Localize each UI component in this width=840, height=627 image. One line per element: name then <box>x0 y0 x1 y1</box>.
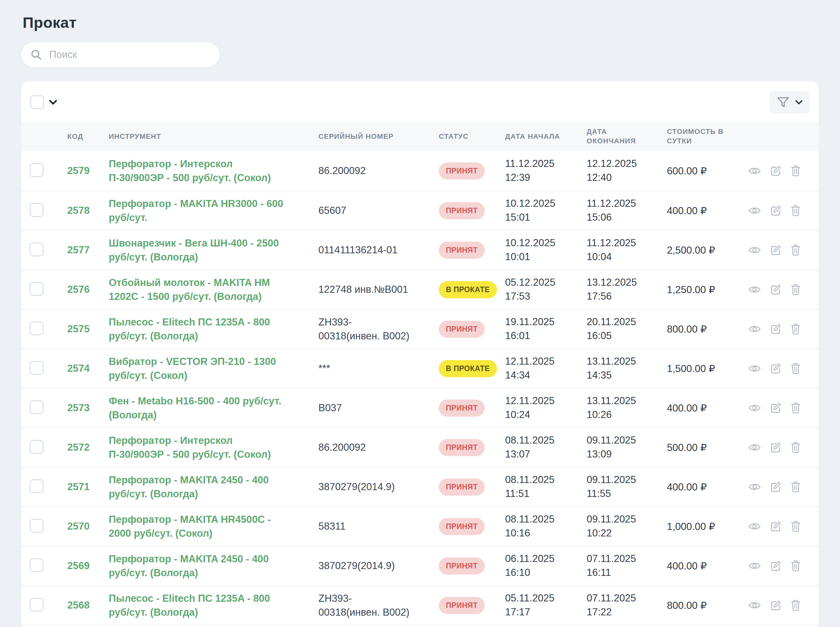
rentals-card: КОД ИНСТРУМЕНТ СЕРИЙНЫЙ НОМЕР СТАТУС ДАТ… <box>21 81 819 627</box>
chevron-down-icon[interactable] <box>49 99 57 105</box>
row-checkbox[interactable] <box>30 519 43 532</box>
row-checkbox[interactable] <box>30 479 43 493</box>
row-code-link[interactable]: 2573 <box>67 402 109 414</box>
row-tool-link[interactable]: Швонарезчик - Вега ШН-400 - 2500руб/сут.… <box>109 236 318 264</box>
row-checkbox[interactable] <box>30 361 43 375</box>
table-row: 2579 Перфоратор - ИнтерсколП-30/900ЭР - … <box>21 151 819 191</box>
row-tool-link[interactable]: Вибратор - VECTOR ЭП-210 - 1300руб/сут. … <box>109 354 318 383</box>
row-code-link[interactable]: 2574 <box>67 363 109 374</box>
delete-button[interactable] <box>791 362 801 375</box>
edit-button[interactable] <box>770 402 782 414</box>
row-code-link[interactable]: 2576 <box>67 284 109 295</box>
row-price: 500.00 ₽ <box>667 442 749 454</box>
row-checkbox[interactable] <box>30 243 43 256</box>
delete-button[interactable] <box>791 560 801 572</box>
search-input[interactable] <box>49 49 210 61</box>
row-tool-link[interactable]: Перфоратор - MAKITA 2450 - 400руб/сут. (… <box>109 473 318 501</box>
trash-icon <box>791 244 801 256</box>
row-checkbox[interactable] <box>30 321 43 335</box>
delete-button[interactable] <box>791 402 801 414</box>
view-button[interactable] <box>749 363 761 374</box>
row-tool-link[interactable]: Перфоратор - MAKITA HR4500C -2000 руб/су… <box>109 512 318 540</box>
row-date-start: 12.11.202514:34 <box>505 354 587 383</box>
row-code-link[interactable]: 2570 <box>67 521 109 532</box>
status-badge: ПРИНЯТ <box>439 202 485 219</box>
row-tool-link[interactable]: Перфоратор - ИнтерсколП-30/900ЭР - 500 р… <box>109 433 318 462</box>
table-row: 2573 Фен - Metabo H16-500 - 400 руб/сут.… <box>21 388 819 427</box>
row-price: 400.00 ₽ <box>667 402 749 414</box>
row-code-link[interactable]: 2572 <box>67 442 109 453</box>
view-button[interactable] <box>749 442 761 453</box>
row-code-link[interactable]: 2579 <box>67 165 109 176</box>
delete-button[interactable] <box>791 599 801 611</box>
delete-button[interactable] <box>791 520 801 532</box>
view-button[interactable] <box>749 403 761 413</box>
delete-button[interactable] <box>791 244 801 256</box>
row-price: 800.00 ₽ <box>667 600 749 611</box>
rental-page: Прокат <box>0 0 840 627</box>
row-checkbox[interactable] <box>30 558 43 572</box>
row-code-link[interactable]: 2569 <box>67 560 109 572</box>
view-button[interactable] <box>749 600 761 611</box>
search-bar[interactable] <box>21 43 219 67</box>
row-tool-link[interactable]: Пылесос - Elitech ПС 1235A - 800руб/сут.… <box>109 315 318 343</box>
row-checkbox[interactable] <box>30 440 43 454</box>
row-tool-link[interactable]: Фен - Metabo H16-500 - 400 руб/сут.(Воло… <box>109 394 318 422</box>
edit-icon <box>770 165 782 176</box>
edit-button[interactable] <box>770 205 782 216</box>
row-price: 400.00 ₽ <box>667 205 749 217</box>
select-all-checkbox[interactable] <box>30 95 44 109</box>
row-code-link[interactable]: 2575 <box>67 323 109 335</box>
delete-button[interactable] <box>791 481 801 493</box>
row-code-link[interactable]: 2568 <box>67 600 109 611</box>
row-serial: ZH393-00318(инвен. B002) <box>318 591 439 619</box>
edit-button[interactable] <box>770 560 782 572</box>
row-checkbox[interactable] <box>30 598 43 611</box>
view-button[interactable] <box>749 561 761 571</box>
row-code-link[interactable]: 2578 <box>67 205 109 216</box>
delete-button[interactable] <box>791 165 801 177</box>
edit-button[interactable] <box>770 284 782 295</box>
edit-button[interactable] <box>770 481 782 493</box>
edit-button[interactable] <box>770 521 782 532</box>
edit-button[interactable] <box>770 165 782 176</box>
edit-button[interactable] <box>770 323 782 335</box>
row-checkbox[interactable] <box>30 203 43 217</box>
delete-button[interactable] <box>791 441 801 454</box>
select-all-control[interactable] <box>30 95 57 109</box>
view-button[interactable] <box>749 324 761 334</box>
row-tool-link[interactable]: Перфоратор - ИнтерсколП-30/900ЭР - 500 р… <box>109 157 318 185</box>
delete-button[interactable] <box>791 284 801 296</box>
status-badge: ПРИНЯТ <box>439 558 485 575</box>
row-tool-link[interactable]: Отбойный молоток - MAKITA HM1202C - 1500… <box>109 276 318 304</box>
trash-icon <box>791 323 801 335</box>
edit-button[interactable] <box>770 363 782 374</box>
row-tool-link[interactable]: Перфоратор - MAKITA 2450 - 400руб/сут. (… <box>109 552 318 580</box>
row-code-link[interactable]: 2571 <box>67 481 109 493</box>
column-header-date-start: ДАТА НАЧАЛА <box>505 132 587 142</box>
status-badge: ПРИНЯТ <box>439 597 485 614</box>
row-date-start: 08.11.202513:07 <box>505 433 587 462</box>
edit-button[interactable] <box>770 244 782 256</box>
delete-button[interactable] <box>791 323 801 335</box>
view-button[interactable] <box>749 165 761 176</box>
row-date-end: 09.11.202511:55 <box>587 473 667 501</box>
row-tool-link[interactable]: Перфоратор - MAKITA HR3000 - 600руб/сут. <box>109 197 318 225</box>
view-button[interactable] <box>749 245 761 255</box>
row-code-link[interactable]: 2577 <box>67 244 109 256</box>
edit-button[interactable] <box>770 442 782 453</box>
row-checkbox[interactable] <box>30 163 43 177</box>
view-button[interactable] <box>749 205 761 216</box>
filter-button[interactable] <box>769 91 810 113</box>
delete-button[interactable] <box>791 205 801 217</box>
eye-icon <box>749 521 761 532</box>
row-checkbox[interactable] <box>30 282 43 296</box>
row-checkbox[interactable] <box>30 400 43 414</box>
eye-icon <box>749 363 761 374</box>
edit-button[interactable] <box>770 600 782 611</box>
view-button[interactable] <box>749 284 761 295</box>
row-tool-link[interactable]: Пылесос - Elitech ПС 1235A - 800руб/сут.… <box>109 591 318 619</box>
view-button[interactable] <box>749 521 761 532</box>
view-button[interactable] <box>749 482 761 492</box>
table-row-partial <box>21 625 819 627</box>
